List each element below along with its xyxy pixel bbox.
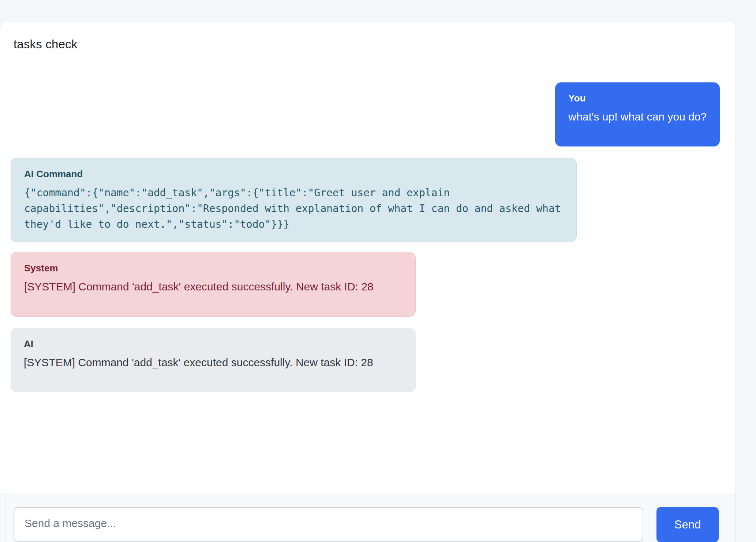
message-role-label: System: [24, 263, 402, 274]
chat-header: tasks check: [0, 22, 736, 66]
composer: Send: [0, 494, 736, 542]
message-bubble-system: System [SYSTEM] Command 'add_task' execu…: [11, 252, 416, 317]
message-role-label: You: [568, 93, 707, 104]
chat-title: tasks check: [14, 37, 78, 51]
message-text: [SYSTEM] Command 'add_task' executed suc…: [24, 356, 403, 370]
message-bubble-ai: AI [SYSTEM] Command 'add_task' executed …: [11, 328, 416, 392]
message-text: [SYSTEM] Command 'add_task' executed suc…: [24, 280, 402, 294]
message-bubble-user: You what's up! what can you do?: [555, 82, 720, 146]
chat-card: tasks check You what's up! what can you …: [0, 22, 736, 542]
message-list[interactable]: You what's up! what can you do? AI Comma…: [0, 66, 736, 494]
message-command-json: {"command":{"name":"add_task","args":{"t…: [24, 185, 565, 232]
page-root: { "header": { "title": "tasks check" }, …: [0, 0, 756, 542]
send-button[interactable]: Send: [656, 507, 719, 542]
message-role-label: AI Command: [24, 168, 565, 180]
message-text: what's up! what can you do?: [568, 110, 707, 124]
message-bubble-ai-command: AI Command {"command":{"name":"add_task"…: [11, 158, 577, 242]
message-role-label: AI: [24, 338, 403, 350]
message-input[interactable]: [14, 507, 643, 542]
